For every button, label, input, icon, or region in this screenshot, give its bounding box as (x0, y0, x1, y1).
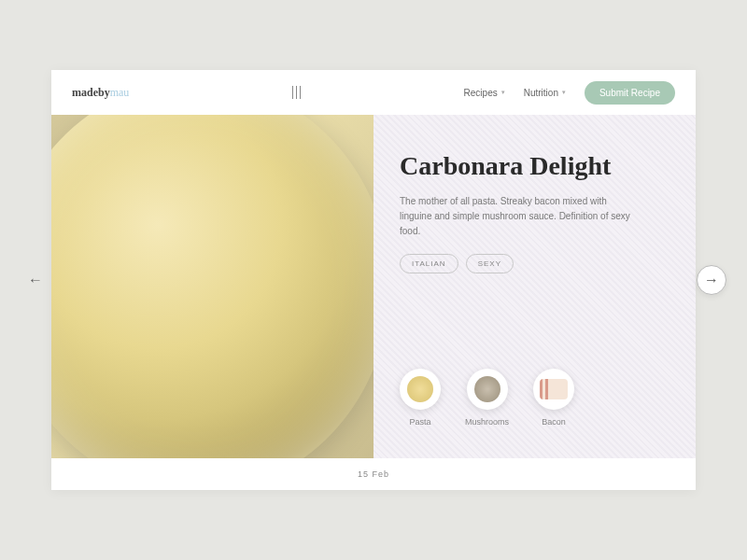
next-arrow-button[interactable]: → (697, 265, 726, 295)
content: Carbonara Delight The mother of all past… (51, 115, 696, 458)
logo[interactable]: madebymau (72, 86, 129, 100)
ingredient-icon (400, 369, 441, 410)
ingredient-label: Pasta (409, 417, 430, 427)
pasta-plate (51, 115, 374, 458)
ingredient-pasta[interactable]: Pasta (400, 369, 441, 427)
recipe-tags: ITALIAN SEXY (400, 254, 669, 273)
nav-recipes[interactable]: Recipes ▾ (464, 88, 505, 98)
recipe-date: 15 Feb (51, 458, 696, 490)
prev-arrow-button[interactable]: ← (21, 265, 50, 295)
recipe-image (51, 115, 374, 458)
header: madebymau Recipes ▾ Nutrition ▾ Submit R… (51, 70, 696, 115)
nav-nutrition[interactable]: Nutrition ▾ (524, 88, 566, 98)
tag-sexy[interactable]: SEXY (466, 254, 514, 273)
arrow-right-icon: → (704, 272, 719, 288)
recipe-card: madebymau Recipes ▾ Nutrition ▾ Submit R… (51, 70, 696, 490)
chevron-down-icon: ▾ (562, 89, 566, 96)
menu-icon[interactable] (292, 86, 301, 99)
logo-main: madeby (72, 86, 110, 99)
recipe-title: Carbonara Delight (400, 152, 669, 181)
chevron-down-icon: ▾ (501, 89, 505, 96)
ingredient-label: Bacon (542, 417, 566, 427)
recipe-info: Carbonara Delight The mother of all past… (374, 115, 696, 458)
ingredient-label: Mushrooms (465, 417, 509, 427)
ingredients-list: Pasta Mushrooms Bacon (400, 369, 669, 427)
submit-recipe-button[interactable]: Submit Recipe (585, 81, 675, 105)
ingredient-mushrooms[interactable]: Mushrooms (465, 369, 509, 427)
tag-italian[interactable]: ITALIAN (400, 254, 458, 273)
nav-label: Nutrition (524, 88, 558, 98)
nav: Recipes ▾ Nutrition ▾ Submit Recipe (464, 81, 675, 105)
ingredient-icon (533, 369, 574, 410)
recipe-description: The mother of all pasta. Streaky bacon m… (400, 194, 633, 239)
arrow-left-icon: ← (28, 272, 43, 288)
ingredient-icon (467, 369, 508, 410)
logo-sub: mau (110, 86, 130, 99)
nav-label: Recipes (464, 88, 498, 98)
ingredient-bacon[interactable]: Bacon (533, 369, 574, 427)
